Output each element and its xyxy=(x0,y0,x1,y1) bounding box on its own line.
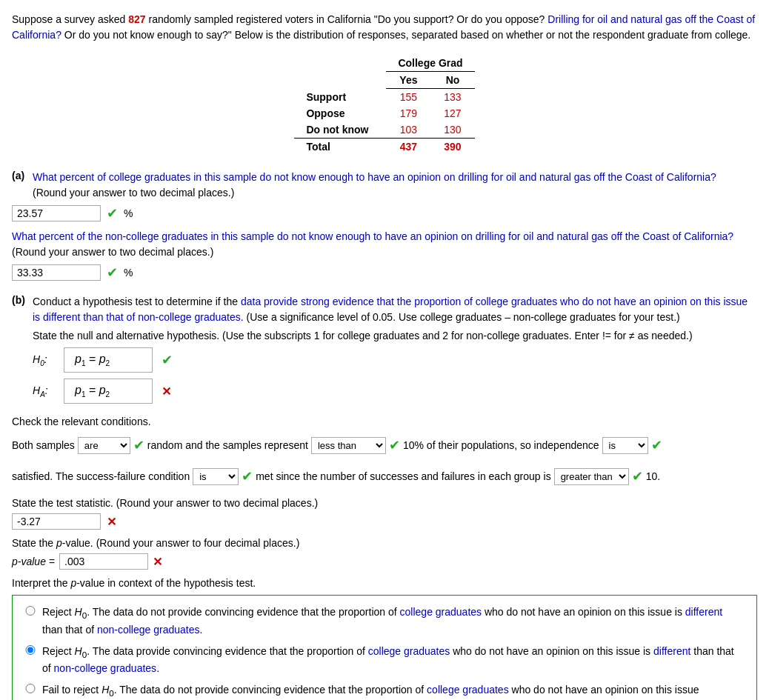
cond5-check: ✔ xyxy=(632,463,643,490)
cond3-check: ✔ xyxy=(651,432,662,459)
radio-text-2: Reject H0. The data provide convincing e… xyxy=(42,644,745,676)
table-row: Oppose 179 127 xyxy=(294,105,474,121)
pval-incorrect-icon: ✕ xyxy=(153,555,162,569)
row-oppose-yes: 179 xyxy=(386,105,430,121)
row-donotknow-label: Do not know xyxy=(294,121,386,139)
drilling-text: Drilling for oil and natural gas off the… xyxy=(12,13,755,41)
radio-option-1: Reject H0. The data do not provide convi… xyxy=(24,604,745,637)
stat-input-row: ✕ xyxy=(12,513,757,530)
cond-both-label: Both samples xyxy=(12,435,75,456)
cond4-check: ✔ xyxy=(242,463,253,490)
row-total-no: 390 xyxy=(430,139,474,156)
radio-input-1[interactable] xyxy=(24,606,36,616)
pval-input-row: p-value = ✕ xyxy=(12,553,757,570)
q1-answer-input[interactable] xyxy=(12,205,101,221)
cond-random-label: random and the samples represent xyxy=(147,435,308,456)
radio-option-3: Fail to reject H0. The data do not provi… xyxy=(24,682,745,699)
cond-is-dropdown[interactable]: is is not xyxy=(602,437,648,454)
h0-correct-icon: ✔ xyxy=(162,352,173,368)
part-a: (a) What percent of college graduates in… xyxy=(12,170,757,281)
cond-satisfied-label: satisfied. The success-failure condition xyxy=(12,466,190,487)
ha-incorrect-icon: ✕ xyxy=(162,384,171,399)
cond-10pct-label: 10% of their populations, so independenc… xyxy=(403,435,599,456)
cond-met-label: met since the number of successes and fa… xyxy=(256,466,550,487)
data-table: College Grad Yes No Support 155 133 Oppo… xyxy=(294,55,474,155)
row-support-label: Support xyxy=(294,89,386,106)
part-a-q2-input-row: ✔ % xyxy=(12,264,757,281)
row-oppose-label: Oppose xyxy=(294,105,386,121)
h0-row: H0: p1 = p2 ✔ xyxy=(33,347,757,373)
hyp-instruction: State the null and alternative hypothesi… xyxy=(33,330,757,341)
table-row-total: Total 437 390 xyxy=(294,139,474,156)
cond-10-label: 10. xyxy=(646,466,660,487)
row-total-label: Total xyxy=(294,139,386,156)
q1-unit-label: % xyxy=(124,207,133,219)
conditions-title: Check the relevant conditions. xyxy=(12,416,757,427)
cond-lessthan-dropdown[interactable]: less than greater than xyxy=(311,437,386,454)
h0-input-box[interactable]: p1 = p2 xyxy=(64,347,153,373)
conditions-row1: Both samples are are not ✔ random and th… xyxy=(12,432,757,459)
data-table-container: College Grad Yes No Support 155 133 Oppo… xyxy=(12,55,757,155)
cond2-check: ✔ xyxy=(389,432,400,459)
cond-is2-dropdown[interactable]: is is not xyxy=(193,468,239,485)
row-donotknow-yes: 103 xyxy=(386,121,430,139)
pval-input[interactable] xyxy=(59,553,148,570)
table-row: Support 155 133 xyxy=(294,89,474,106)
row-donotknow-no: 130 xyxy=(430,121,474,139)
cond-are-dropdown[interactable]: are are not xyxy=(78,437,130,454)
col-yes-header: Yes xyxy=(386,72,430,89)
cond1-check: ✔ xyxy=(133,432,144,459)
row-oppose-no: 127 xyxy=(430,105,474,121)
radio-text-1: Reject H0. The data do not provide convi… xyxy=(42,604,745,637)
row-total-yes: 437 xyxy=(386,139,430,156)
stat-instruction: State the test statistic. (Round your an… xyxy=(12,497,757,509)
part-a-label-row: (a) What percent of college graduates in… xyxy=(12,170,757,201)
part-a-q2-text: What percent of the non-college graduate… xyxy=(12,229,757,260)
radio-input-2[interactable] xyxy=(24,645,36,655)
ha-input-box[interactable]: p1 = p2 xyxy=(64,379,153,404)
table-row: Do not know 103 130 xyxy=(294,121,474,139)
col-group-header: College Grad xyxy=(386,55,474,72)
sample-size: 827 xyxy=(128,13,145,25)
intro-paragraph: Suppose a survey asked 827 randomly samp… xyxy=(12,12,757,43)
stat-incorrect-icon: ✕ xyxy=(107,515,116,529)
part-a-q1-input-row: ✔ % xyxy=(12,205,757,221)
row-support-yes: 155 xyxy=(386,89,430,106)
radio-input-3[interactable] xyxy=(24,684,36,693)
part-b-letter: (b) xyxy=(12,294,27,306)
part-a-q1-text: What percent of college graduates in thi… xyxy=(33,170,716,201)
q2-correct-icon: ✔ xyxy=(107,264,118,281)
radio-option-2: Reject H0. The data provide convincing e… xyxy=(24,644,745,676)
cond-greaterthan-dropdown[interactable]: greater than less than xyxy=(554,468,629,485)
row-support-no: 133 xyxy=(430,89,474,106)
q2-answer-input[interactable] xyxy=(12,264,101,281)
part-a-letter: (a) xyxy=(12,170,27,181)
col-no-header: No xyxy=(430,72,474,89)
interpret-instruction: Interpret the p-value in context of the … xyxy=(12,577,757,589)
ha-row: HA: p1 = p2 ✕ xyxy=(33,379,757,404)
conditions-row2: satisfied. The success-failure condition… xyxy=(12,463,757,490)
part-b-q-text: Conduct a hypothesis test to determine i… xyxy=(33,294,757,325)
pval-instruction: State the p-value. (Round your answer to… xyxy=(12,537,757,549)
q2-unit-label: % xyxy=(124,267,133,279)
q1-correct-icon: ✔ xyxy=(107,205,118,221)
radio-options-container: Reject H0. The data do not provide convi… xyxy=(12,595,757,700)
pval-label: p-value = xyxy=(12,556,55,567)
h0-label: H0: xyxy=(33,353,55,367)
radio-text-3: Fail to reject H0. The data do not provi… xyxy=(42,682,699,699)
part-b: (b) Conduct a hypothesis test to determi… xyxy=(12,294,757,700)
stat-input[interactable] xyxy=(12,513,101,530)
part-b-label-row: (b) Conduct a hypothesis test to determi… xyxy=(12,294,757,325)
ha-label: HA: xyxy=(33,384,55,399)
